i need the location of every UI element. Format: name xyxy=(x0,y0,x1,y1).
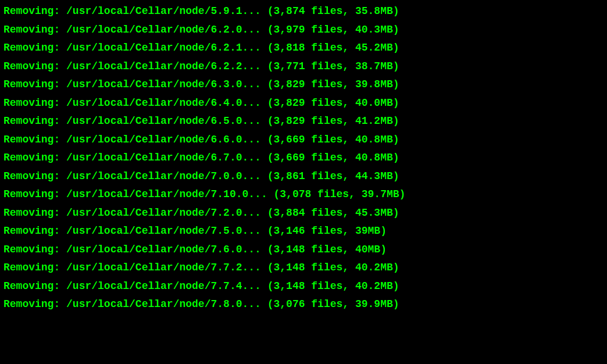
file-size: 40.0MB xyxy=(355,97,393,109)
file-size: 40.2MB xyxy=(355,262,393,273)
removing-label: Removing: xyxy=(3,78,60,90)
file-count: 3,669 xyxy=(274,152,305,163)
file-count: 3,818 xyxy=(274,42,305,53)
file-path: /usr/local/Cellar/node/7.2.0... xyxy=(66,207,261,219)
removing-label: Removing: xyxy=(3,134,60,145)
terminal-line: Removing: /usr/local/Cellar/node/6.4.0..… xyxy=(3,94,604,113)
file-count: 3,884 xyxy=(274,207,305,219)
terminal-line: Removing: /usr/local/Cellar/node/7.8.0..… xyxy=(3,295,604,314)
removing-label: Removing: xyxy=(3,298,60,310)
file-count: 3,148 xyxy=(274,280,305,292)
file-path: /usr/local/Cellar/node/6.5.0... xyxy=(66,115,261,127)
file-size: 44.3MB xyxy=(355,170,393,182)
terminal-line: Removing: /usr/local/Cellar/node/6.5.0..… xyxy=(3,112,604,131)
terminal-line: Removing: /usr/local/Cellar/node/7.7.4..… xyxy=(3,277,604,296)
file-path: /usr/local/Cellar/node/6.2.1... xyxy=(66,42,261,53)
removing-label: Removing: xyxy=(3,225,60,237)
file-count: 3,861 xyxy=(274,170,305,182)
file-size: 45.2MB xyxy=(355,42,393,53)
file-path: /usr/local/Cellar/node/7.7.2... xyxy=(66,262,261,273)
file-count: 3,148 xyxy=(274,262,305,273)
file-path: /usr/local/Cellar/node/7.0.0... xyxy=(66,170,261,182)
file-path: /usr/local/Cellar/node/7.5.0... xyxy=(66,225,261,237)
file-size: 45.3MB xyxy=(355,207,393,219)
file-count: 3,874 xyxy=(274,5,305,17)
terminal-line: Removing: /usr/local/Cellar/node/6.2.2..… xyxy=(3,58,604,76)
file-size: 39.8MB xyxy=(355,78,393,90)
terminal-line: Removing: /usr/local/Cellar/node/7.6.0..… xyxy=(3,241,604,259)
file-size: 40MB xyxy=(355,244,380,255)
removing-label: Removing: xyxy=(3,207,60,219)
terminal-line: Removing: /usr/local/Cellar/node/5.9.1..… xyxy=(3,2,604,21)
file-size: 41.2MB xyxy=(355,115,393,127)
terminal-line: Removing: /usr/local/Cellar/node/6.6.0..… xyxy=(3,131,604,149)
terminal-line: Removing: /usr/local/Cellar/node/6.2.1..… xyxy=(3,39,604,58)
removing-label: Removing: xyxy=(3,170,60,182)
file-path: /usr/local/Cellar/node/6.6.0... xyxy=(66,134,261,145)
file-count: 3,979 xyxy=(274,24,305,35)
file-count: 3,669 xyxy=(274,134,305,145)
file-size: 35.8MB xyxy=(355,5,393,17)
terminal-output: Removing: /usr/local/Cellar/node/5.9.1..… xyxy=(3,2,604,314)
file-path: /usr/local/Cellar/node/6.2.0... xyxy=(66,24,261,35)
file-count: 3,829 xyxy=(274,115,305,127)
terminal-line: Removing: /usr/local/Cellar/node/7.5.0..… xyxy=(3,222,604,241)
file-count: 3,148 xyxy=(274,244,305,255)
removing-label: Removing: xyxy=(3,5,60,17)
removing-label: Removing: xyxy=(3,97,60,109)
file-count: 3,829 xyxy=(274,78,305,90)
file-path: /usr/local/Cellar/node/7.7.4... xyxy=(66,280,261,292)
file-size: 40.2MB xyxy=(355,280,393,292)
file-path: /usr/local/Cellar/node/7.6.0... xyxy=(66,244,261,255)
removing-label: Removing: xyxy=(3,152,60,163)
removing-label: Removing: xyxy=(3,24,60,35)
file-count: 3,078 xyxy=(280,188,311,200)
removing-label: Removing: xyxy=(3,244,60,255)
terminal-line: Removing: /usr/local/Cellar/node/6.2.0..… xyxy=(3,21,604,40)
file-count: 3,146 xyxy=(274,225,305,237)
removing-label: Removing: xyxy=(3,280,60,292)
file-size: 38.7MB xyxy=(355,60,393,72)
file-size: 39.9MB xyxy=(355,298,393,310)
file-count: 3,076 xyxy=(274,298,305,310)
file-path: /usr/local/Cellar/node/7.10.0... xyxy=(66,188,267,200)
terminal-line: Removing: /usr/local/Cellar/node/7.7.2..… xyxy=(3,259,604,277)
terminal-line: Removing: /usr/local/Cellar/node/6.3.0..… xyxy=(3,76,604,94)
file-path: /usr/local/Cellar/node/6.2.2... xyxy=(66,60,261,72)
file-path: /usr/local/Cellar/node/6.7.0... xyxy=(66,152,261,163)
terminal-line: Removing: /usr/local/Cellar/node/7.2.0..… xyxy=(3,204,604,223)
file-path: /usr/local/Cellar/node/6.3.0... xyxy=(66,78,261,90)
removing-label: Removing: xyxy=(3,188,60,200)
file-path: /usr/local/Cellar/node/6.4.0... xyxy=(66,97,261,109)
file-path: /usr/local/Cellar/node/5.9.1... xyxy=(66,5,261,17)
removing-label: Removing: xyxy=(3,115,60,127)
file-count: 3,829 xyxy=(274,97,305,109)
terminal-line: Removing: /usr/local/Cellar/node/7.0.0..… xyxy=(3,167,604,186)
removing-label: Removing: xyxy=(3,42,60,53)
file-size: 39.7MB xyxy=(362,188,399,200)
file-path: /usr/local/Cellar/node/7.8.0... xyxy=(66,298,261,310)
file-size: 39MB xyxy=(355,225,380,237)
file-size: 40.8MB xyxy=(355,134,393,145)
terminal-line: Removing: /usr/local/Cellar/node/6.7.0..… xyxy=(3,149,604,167)
terminal-line: Removing: /usr/local/Cellar/node/7.10.0.… xyxy=(3,185,604,204)
removing-label: Removing: xyxy=(3,262,60,273)
file-size: 40.8MB xyxy=(355,152,393,163)
file-count: 3,771 xyxy=(274,60,305,72)
file-size: 40.3MB xyxy=(355,24,393,35)
removing-label: Removing: xyxy=(3,60,60,72)
